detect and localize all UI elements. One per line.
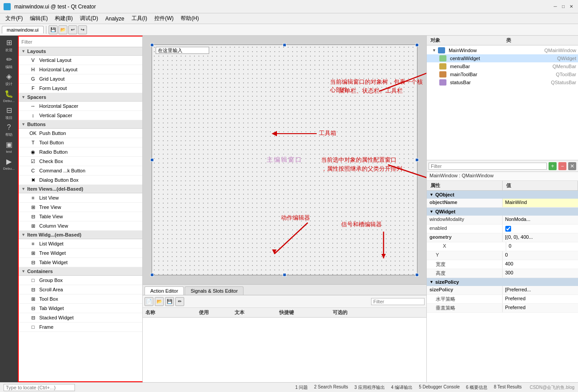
tool-item-Tab-Widget[interactable]: ⊟Tab Widget <box>19 304 142 313</box>
toolbar-btn-redo[interactable]: ↪ <box>78 25 87 34</box>
handle-tr[interactable] <box>415 43 419 47</box>
activity-item-help[interactable]: ?帮助 <box>1 122 17 138</box>
tab-action-editor[interactable]: Action Editor <box>144 286 184 295</box>
status-tab-search[interactable]: 2 Search Results <box>311 384 351 391</box>
tool-item-Tree-Widget[interactable]: ⊞Tree Widget <box>19 249 142 258</box>
prop-row-x[interactable]: X 0 <box>427 242 578 251</box>
tool-item-Frame[interactable]: □Frame <box>19 323 142 332</box>
status-search-input[interactable] <box>4 384 75 391</box>
menu-item[interactable]: 构建(B) <box>51 14 76 23</box>
prop-val-objectname[interactable]: MainWind <box>503 199 578 207</box>
tool-category-Spacers[interactable]: ▼Spacers <box>19 93 142 102</box>
handle-bl[interactable] <box>150 273 154 277</box>
prop-val-vpolicy[interactable]: Preferred <box>503 304 578 312</box>
enabled-checkbox[interactable] <box>505 226 511 232</box>
tool-item-Tool-Box[interactable]: ⊞Tool Box <box>19 294 142 304</box>
status-tab-compile[interactable]: 4 编译输出 <box>388 384 415 391</box>
activity-item-debug2[interactable]: ▶Debu... <box>1 156 17 172</box>
tool-item-Vertical-Layout[interactable]: VVertical Layout <box>19 56 142 65</box>
tool-category-Item-Widg...(em-Based)[interactable]: ▼Item Widg...(em-Based) <box>19 231 142 239</box>
menu-item[interactable]: 控件(W) <box>151 14 177 23</box>
tool-item-List-Widget[interactable]: ≡List Widget <box>19 239 142 249</box>
prop-val-width[interactable]: 400 <box>503 260 578 269</box>
tool-category-Layouts[interactable]: ▼Layouts <box>19 47 142 56</box>
tab-mainwindow[interactable]: mainwindow.ui <box>2 26 44 33</box>
menu-item[interactable]: 工具(I) <box>128 14 151 23</box>
tool-item-List-View[interactable]: ≡List View <box>19 193 142 203</box>
prop-row-objectname[interactable]: objectName MainWind <box>427 199 578 208</box>
toolbar-btn-save[interactable]: 💾 <box>49 25 58 34</box>
property-add-btn[interactable]: + <box>549 162 557 170</box>
handle-bm[interactable] <box>283 273 286 277</box>
tree-row-maintoolbar[interactable]: mainToolBar QToolBar <box>427 70 578 78</box>
handle-tl[interactable] <box>150 43 154 47</box>
canvas-title-input[interactable] <box>156 47 209 54</box>
menu-item[interactable]: Analyze <box>102 15 128 23</box>
prop-row-geometry[interactable]: geometry [(0, 0), 400... <box>427 233 578 242</box>
activity-item-welcome[interactable]: ⊞欢迎 <box>1 37 17 53</box>
activity-item-design[interactable]: ◈设计 <box>1 71 17 87</box>
prop-val-x[interactable]: 0 <box>506 242 578 251</box>
tool-item-Check-Box[interactable]: ☑Check Box <box>19 157 142 166</box>
prop-row-enabled[interactable]: enabled <box>427 225 578 233</box>
action-edit-btn[interactable]: ✏ <box>175 297 184 306</box>
action-new-btn[interactable]: 📄 <box>144 297 153 306</box>
tool-category-Containers[interactable]: ▼Containers <box>19 267 142 276</box>
prop-row-sizepolicy[interactable]: sizePolicy [Preferred... <box>427 286 578 295</box>
tool-item-Dialog-Button-Box[interactable]: ✖Dialog Button Box <box>19 176 142 185</box>
toolbar-btn-undo[interactable]: ↩ <box>68 25 77 34</box>
menu-item[interactable]: 帮助(H) <box>177 14 202 23</box>
status-tab-problems[interactable]: 1 问题 <box>293 384 310 391</box>
action-save-btn[interactable]: 💾 <box>165 297 174 306</box>
handle-mr[interactable] <box>415 158 419 162</box>
activity-item-test[interactable]: ▣test <box>1 139 17 155</box>
tool-item-Horizontal-Spacer[interactable]: ↔Horizontal Spacer <box>19 102 142 111</box>
tool-item-Table-Widget[interactable]: ⊟Table Widget <box>19 258 142 267</box>
property-minus-btn[interactable]: − <box>558 162 566 170</box>
property-filter-input[interactable] <box>429 163 547 170</box>
tool-category-Item-Views...(del-Based)[interactable]: ▼Item Views...(del-Based) <box>19 185 142 193</box>
prop-row-hpolicy[interactable]: 水平策略 Preferred <box>427 295 578 304</box>
prop-row-width[interactable]: 宽度 400 <box>427 260 578 269</box>
tool-item-Form-Layout[interactable]: FForm Layout <box>19 84 142 93</box>
prop-row-windowmodality[interactable]: windowModality NonModa... <box>427 216 578 225</box>
prop-val-y[interactable]: 0 <box>503 251 578 260</box>
prop-row-height[interactable]: 高度 300 <box>427 269 578 278</box>
tool-item-Push-Button[interactable]: OKPush Button <box>19 129 142 138</box>
menu-item[interactable]: 编辑(E) <box>26 14 51 23</box>
tool-item-Stacked-Widget[interactable]: ⊟Stacked Widget <box>19 313 142 323</box>
minimize-button[interactable]: ─ <box>552 4 558 10</box>
menu-item[interactable]: 调试(D) <box>76 14 102 23</box>
status-tab-testresults[interactable]: 8 Test Results <box>491 384 524 391</box>
activity-item-debug[interactable]: 🐛Debu... <box>1 88 17 104</box>
status-tab-overview[interactable]: 6 概要信息 <box>463 384 490 391</box>
tree-row-mainwindow[interactable]: ▼ MainWindow QMainWindow <box>427 46 578 54</box>
action-filter-input[interactable] <box>371 298 425 305</box>
maximize-button[interactable]: □ <box>560 4 566 10</box>
property-settings-btn[interactable]: ✕ <box>568 162 576 170</box>
toolbar-btn-open[interactable]: 📂 <box>58 25 67 34</box>
prop-val-height[interactable]: 300 <box>503 269 578 278</box>
tree-row-statusbar[interactable]: statusBar QStatusBar <box>427 78 578 86</box>
handle-ml[interactable] <box>150 158 154 162</box>
action-open-btn[interactable]: 📂 <box>155 297 164 306</box>
tree-row-menubar[interactable]: menuBar QMenuBar <box>427 62 578 70</box>
tool-item-Horizontal-Layout[interactable]: HHorizontal Layout <box>19 65 142 74</box>
tool-item-Scroll-Area[interactable]: ⊟Scroll Area <box>19 285 142 294</box>
tool-item-Command-...k-Button[interactable]: CCommand ...k Button <box>19 166 142 176</box>
design-canvas[interactable]: 主编辑窗口 工具箱 <box>143 36 426 284</box>
close-button[interactable]: ✕ <box>568 4 574 10</box>
tool-item-Tool-Button[interactable]: TTool Button <box>19 138 142 147</box>
prop-row-vpolicy[interactable]: 垂直策略 Preferred <box>427 304 578 313</box>
handle-tm[interactable] <box>283 43 286 47</box>
prop-val-enabled[interactable] <box>503 225 578 233</box>
prop-row-y[interactable]: Y 0 <box>427 251 578 260</box>
tool-item-Grid-Layout[interactable]: GGrid Layout <box>19 74 142 84</box>
tree-row-centralwidget[interactable]: centralWidget QWidget <box>427 54 578 62</box>
tool-category-Buttons[interactable]: ▼Buttons <box>19 120 142 129</box>
tool-item-Table-View[interactable]: ⊟Table View <box>19 212 142 221</box>
prop-val-windowmodality[interactable]: NonModa... <box>503 216 578 224</box>
tool-item-Column-View[interactable]: ⊞Column View <box>19 221 142 231</box>
tool-item-Radio-Button[interactable]: ◉Radio Button <box>19 147 142 157</box>
menu-item[interactable]: 文件(F) <box>2 14 26 23</box>
